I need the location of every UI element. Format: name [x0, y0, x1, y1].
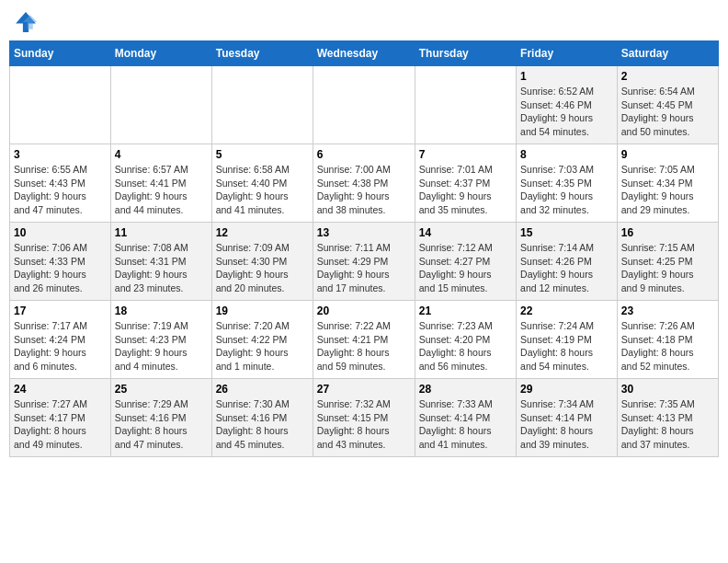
week-row-1: 1Sunrise: 6:52 AM Sunset: 4:46 PM Daylig…	[10, 66, 719, 144]
week-row-2: 3Sunrise: 6:55 AM Sunset: 4:43 PM Daylig…	[10, 144, 719, 223]
day-number: 13	[317, 226, 411, 239]
day-number: 5	[216, 148, 309, 161]
day-cell: 30Sunrise: 7:35 AM Sunset: 4:13 PM Dayli…	[617, 379, 718, 457]
day-cell: 18Sunrise: 7:19 AM Sunset: 4:23 PM Dayli…	[110, 301, 211, 379]
day-cell: 24Sunrise: 7:27 AM Sunset: 4:17 PM Dayli…	[10, 379, 111, 457]
day-number: 10	[14, 226, 107, 239]
day-cell: 21Sunrise: 7:23 AM Sunset: 4:20 PM Dayli…	[415, 301, 516, 379]
day-info: Sunrise: 7:00 AM Sunset: 4:38 PM Dayligh…	[317, 163, 411, 217]
day-cell: 20Sunrise: 7:22 AM Sunset: 4:21 PM Dayli…	[313, 301, 415, 379]
day-cell: 27Sunrise: 7:32 AM Sunset: 4:15 PM Dayli…	[313, 379, 415, 457]
day-info: Sunrise: 7:29 AM Sunset: 4:16 PM Dayligh…	[115, 397, 208, 452]
day-number: 21	[419, 304, 512, 317]
day-cell	[313, 66, 415, 144]
weekday-header-tuesday: Tuesday	[211, 41, 313, 66]
day-info: Sunrise: 7:06 AM Sunset: 4:33 PM Dayligh…	[14, 241, 107, 295]
weekday-header-friday: Friday	[517, 41, 618, 66]
day-info: Sunrise: 7:35 AM Sunset: 4:13 PM Dayligh…	[621, 397, 714, 452]
day-cell: 14Sunrise: 7:12 AM Sunset: 4:27 PM Dayli…	[415, 223, 516, 301]
day-info: Sunrise: 7:03 AM Sunset: 4:35 PM Dayligh…	[520, 163, 613, 217]
day-info: Sunrise: 6:54 AM Sunset: 4:45 PM Dayligh…	[621, 85, 714, 139]
day-number: 6	[317, 148, 411, 161]
weekday-header-saturday: Saturday	[617, 41, 718, 66]
day-cell: 25Sunrise: 7:29 AM Sunset: 4:16 PM Dayli…	[110, 379, 211, 457]
day-info: Sunrise: 6:57 AM Sunset: 4:41 PM Dayligh…	[115, 163, 208, 217]
weekday-header-sunday: Sunday	[10, 41, 111, 66]
day-number: 8	[520, 148, 613, 161]
day-cell: 23Sunrise: 7:26 AM Sunset: 4:18 PM Dayli…	[617, 301, 718, 379]
day-number: 26	[216, 383, 309, 396]
day-number: 24	[14, 383, 107, 396]
day-number: 9	[621, 148, 714, 161]
day-number: 15	[520, 226, 613, 239]
day-cell: 16Sunrise: 7:15 AM Sunset: 4:25 PM Dayli…	[617, 223, 718, 301]
day-cell: 4Sunrise: 6:57 AM Sunset: 4:41 PM Daylig…	[110, 144, 211, 223]
weekday-header-monday: Monday	[110, 41, 211, 66]
day-info: Sunrise: 7:11 AM Sunset: 4:29 PM Dayligh…	[317, 241, 411, 295]
day-number: 11	[115, 226, 208, 239]
day-number: 23	[621, 304, 714, 317]
day-number: 4	[115, 148, 208, 161]
day-cell	[110, 66, 211, 144]
day-cell: 28Sunrise: 7:33 AM Sunset: 4:14 PM Dayli…	[415, 379, 516, 457]
day-info: Sunrise: 6:52 AM Sunset: 4:46 PM Dayligh…	[520, 85, 613, 139]
day-number: 2	[621, 70, 714, 83]
day-number: 3	[14, 148, 107, 161]
day-info: Sunrise: 7:12 AM Sunset: 4:27 PM Dayligh…	[419, 241, 512, 295]
calendar-table: SundayMondayTuesdayWednesdayThursdayFrid…	[9, 40, 719, 457]
day-number: 7	[419, 148, 512, 161]
day-number: 20	[317, 304, 411, 317]
calendar-header-row: SundayMondayTuesdayWednesdayThursdayFrid…	[10, 41, 719, 66]
day-info: Sunrise: 7:23 AM Sunset: 4:20 PM Dayligh…	[419, 319, 512, 373]
day-cell: 1Sunrise: 6:52 AM Sunset: 4:46 PM Daylig…	[517, 66, 618, 144]
day-cell	[10, 66, 111, 144]
day-number: 25	[115, 383, 208, 396]
day-number: 1	[520, 70, 613, 83]
day-cell: 11Sunrise: 7:08 AM Sunset: 4:31 PM Dayli…	[110, 223, 211, 301]
day-cell: 12Sunrise: 7:09 AM Sunset: 4:30 PM Dayli…	[211, 223, 313, 301]
day-info: Sunrise: 7:01 AM Sunset: 4:37 PM Dayligh…	[419, 163, 512, 217]
weekday-header-wednesday: Wednesday	[313, 41, 415, 66]
day-info: Sunrise: 7:15 AM Sunset: 4:25 PM Dayligh…	[621, 241, 714, 295]
day-cell: 29Sunrise: 7:34 AM Sunset: 4:14 PM Dayli…	[517, 379, 618, 457]
day-info: Sunrise: 7:33 AM Sunset: 4:14 PM Dayligh…	[419, 397, 512, 452]
day-cell: 17Sunrise: 7:17 AM Sunset: 4:24 PM Dayli…	[10, 301, 111, 379]
logo	[13, 9, 42, 35]
day-cell: 2Sunrise: 6:54 AM Sunset: 4:45 PM Daylig…	[617, 66, 718, 144]
day-cell: 5Sunrise: 6:58 AM Sunset: 4:40 PM Daylig…	[211, 144, 313, 223]
day-number: 14	[419, 226, 512, 239]
day-cell: 7Sunrise: 7:01 AM Sunset: 4:37 PM Daylig…	[415, 144, 516, 223]
week-row-3: 10Sunrise: 7:06 AM Sunset: 4:33 PM Dayli…	[10, 223, 719, 301]
day-number: 12	[216, 226, 309, 239]
week-row-5: 24Sunrise: 7:27 AM Sunset: 4:17 PM Dayli…	[10, 379, 719, 457]
day-number: 28	[419, 383, 512, 396]
day-number: 17	[14, 304, 107, 317]
day-number: 22	[520, 304, 613, 317]
day-info: Sunrise: 7:26 AM Sunset: 4:18 PM Dayligh…	[621, 319, 714, 373]
day-number: 19	[216, 304, 309, 317]
weekday-header-thursday: Thursday	[415, 41, 516, 66]
day-info: Sunrise: 7:09 AM Sunset: 4:30 PM Dayligh…	[216, 241, 309, 295]
day-number: 27	[317, 383, 411, 396]
day-number: 30	[621, 383, 714, 396]
day-info: Sunrise: 7:34 AM Sunset: 4:14 PM Dayligh…	[520, 397, 613, 452]
day-cell: 10Sunrise: 7:06 AM Sunset: 4:33 PM Dayli…	[10, 223, 111, 301]
day-cell: 26Sunrise: 7:30 AM Sunset: 4:16 PM Dayli…	[211, 379, 313, 457]
day-info: Sunrise: 7:30 AM Sunset: 4:16 PM Dayligh…	[216, 397, 309, 452]
day-cell: 6Sunrise: 7:00 AM Sunset: 4:38 PM Daylig…	[313, 144, 415, 223]
day-info: Sunrise: 7:20 AM Sunset: 4:22 PM Dayligh…	[216, 319, 309, 373]
day-number: 18	[115, 304, 208, 317]
day-info: Sunrise: 7:14 AM Sunset: 4:26 PM Dayligh…	[520, 241, 613, 295]
day-number: 29	[520, 383, 613, 396]
day-info: Sunrise: 7:22 AM Sunset: 4:21 PM Dayligh…	[317, 319, 411, 373]
day-info: Sunrise: 7:17 AM Sunset: 4:24 PM Dayligh…	[14, 319, 107, 373]
day-cell: 9Sunrise: 7:05 AM Sunset: 4:34 PM Daylig…	[617, 144, 718, 223]
day-cell: 3Sunrise: 6:55 AM Sunset: 4:43 PM Daylig…	[10, 144, 111, 223]
page-header	[9, 9, 719, 35]
week-row-4: 17Sunrise: 7:17 AM Sunset: 4:24 PM Dayli…	[10, 301, 719, 379]
day-info: Sunrise: 7:27 AM Sunset: 4:17 PM Dayligh…	[14, 397, 107, 452]
day-info: Sunrise: 7:08 AM Sunset: 4:31 PM Dayligh…	[115, 241, 208, 295]
day-cell	[211, 66, 313, 144]
day-number: 16	[621, 226, 714, 239]
day-cell: 15Sunrise: 7:14 AM Sunset: 4:26 PM Dayli…	[517, 223, 618, 301]
